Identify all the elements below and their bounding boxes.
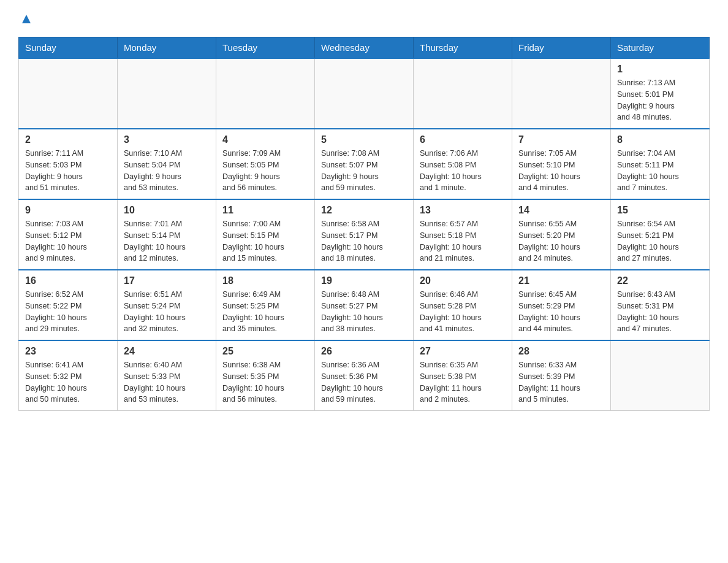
calendar-cell: 23Sunrise: 6:41 AM Sunset: 5:32 PM Dayli…	[19, 340, 118, 411]
day-info: Sunrise: 6:36 AM Sunset: 5:36 PM Dayligh…	[321, 359, 407, 405]
calendar-cell	[118, 58, 216, 129]
calendar-cell: 9Sunrise: 7:03 AM Sunset: 5:12 PM Daylig…	[19, 199, 118, 270]
calendar-cell: 18Sunrise: 6:49 AM Sunset: 5:25 PM Dayli…	[216, 270, 315, 340]
col-monday: Monday	[118, 37, 216, 59]
calendar-cell: 15Sunrise: 6:54 AM Sunset: 5:21 PM Dayli…	[611, 199, 710, 270]
day-info: Sunrise: 6:45 AM Sunset: 5:29 PM Dayligh…	[518, 289, 604, 335]
day-info: Sunrise: 7:05 AM Sunset: 5:10 PM Dayligh…	[518, 148, 604, 194]
col-friday: Friday	[512, 37, 611, 59]
day-number: 1	[617, 64, 703, 75]
day-info: Sunrise: 6:54 AM Sunset: 5:21 PM Dayligh…	[617, 218, 703, 264]
day-info: Sunrise: 6:38 AM Sunset: 5:35 PM Dayligh…	[222, 359, 308, 405]
day-number: 25	[222, 346, 308, 357]
day-number: 16	[25, 275, 111, 286]
day-info: Sunrise: 6:52 AM Sunset: 5:22 PM Dayligh…	[25, 289, 111, 335]
day-info: Sunrise: 7:09 AM Sunset: 5:05 PM Dayligh…	[222, 148, 308, 194]
week-row-2: 2Sunrise: 7:11 AM Sunset: 5:03 PM Daylig…	[19, 129, 710, 199]
week-row-3: 9Sunrise: 7:03 AM Sunset: 5:12 PM Daylig…	[19, 199, 710, 270]
day-number: 6	[420, 134, 506, 145]
calendar-cell	[19, 58, 118, 129]
calendar-cell: 16Sunrise: 6:52 AM Sunset: 5:22 PM Dayli…	[19, 270, 118, 340]
day-number: 7	[518, 134, 604, 145]
calendar-header-row: Sunday Monday Tuesday Wednesday Thursday…	[19, 37, 710, 59]
calendar-cell: 3Sunrise: 7:10 AM Sunset: 5:04 PM Daylig…	[118, 129, 216, 199]
day-info: Sunrise: 6:33 AM Sunset: 5:39 PM Dayligh…	[518, 359, 604, 405]
day-number: 23	[25, 346, 111, 357]
day-number: 17	[124, 275, 210, 286]
calendar-cell: 4Sunrise: 7:09 AM Sunset: 5:05 PM Daylig…	[216, 129, 315, 199]
svg-marker-0	[22, 15, 31, 23]
day-info: Sunrise: 6:51 AM Sunset: 5:24 PM Dayligh…	[124, 289, 210, 335]
calendar-cell	[315, 58, 414, 129]
calendar-cell: 5Sunrise: 7:08 AM Sunset: 5:07 PM Daylig…	[315, 129, 414, 199]
day-number: 3	[124, 134, 210, 145]
day-number: 10	[124, 205, 210, 216]
col-tuesday: Tuesday	[216, 37, 315, 59]
day-number: 11	[222, 205, 308, 216]
calendar-cell: 13Sunrise: 6:57 AM Sunset: 5:18 PM Dayli…	[414, 199, 512, 270]
day-info: Sunrise: 7:00 AM Sunset: 5:15 PM Dayligh…	[222, 218, 308, 264]
calendar-cell: 21Sunrise: 6:45 AM Sunset: 5:29 PM Dayli…	[512, 270, 611, 340]
logo	[18, 12, 33, 27]
day-info: Sunrise: 6:48 AM Sunset: 5:27 PM Dayligh…	[321, 289, 407, 335]
day-number: 13	[420, 205, 506, 216]
calendar-cell: 12Sunrise: 6:58 AM Sunset: 5:17 PM Dayli…	[315, 199, 414, 270]
day-info: Sunrise: 7:08 AM Sunset: 5:07 PM Dayligh…	[321, 148, 407, 194]
day-info: Sunrise: 6:46 AM Sunset: 5:28 PM Dayligh…	[420, 289, 506, 335]
calendar-cell: 20Sunrise: 6:46 AM Sunset: 5:28 PM Dayli…	[414, 270, 512, 340]
page-header	[18, 12, 710, 27]
calendar-cell: 14Sunrise: 6:55 AM Sunset: 5:20 PM Dayli…	[512, 199, 611, 270]
day-info: Sunrise: 6:49 AM Sunset: 5:25 PM Dayligh…	[222, 289, 308, 335]
calendar-cell	[611, 340, 710, 411]
calendar-cell: 10Sunrise: 7:01 AM Sunset: 5:14 PM Dayli…	[118, 199, 216, 270]
day-number: 28	[518, 346, 604, 357]
day-number: 26	[321, 346, 407, 357]
week-row-4: 16Sunrise: 6:52 AM Sunset: 5:22 PM Dayli…	[19, 270, 710, 340]
day-number: 4	[222, 134, 308, 145]
calendar-table: Sunday Monday Tuesday Wednesday Thursday…	[18, 37, 710, 411]
calendar-cell: 7Sunrise: 7:05 AM Sunset: 5:10 PM Daylig…	[512, 129, 611, 199]
day-info: Sunrise: 7:10 AM Sunset: 5:04 PM Dayligh…	[124, 148, 210, 194]
day-info: Sunrise: 6:55 AM Sunset: 5:20 PM Dayligh…	[518, 218, 604, 264]
calendar-cell: 25Sunrise: 6:38 AM Sunset: 5:35 PM Dayli…	[216, 340, 315, 411]
calendar-cell	[216, 58, 315, 129]
day-info: Sunrise: 6:57 AM Sunset: 5:18 PM Dayligh…	[420, 218, 506, 264]
day-info: Sunrise: 7:11 AM Sunset: 5:03 PM Dayligh…	[25, 148, 111, 194]
day-number: 14	[518, 205, 604, 216]
calendar-cell: 2Sunrise: 7:11 AM Sunset: 5:03 PM Daylig…	[19, 129, 118, 199]
col-saturday: Saturday	[611, 37, 710, 59]
day-number: 27	[420, 346, 506, 357]
col-wednesday: Wednesday	[315, 37, 414, 59]
day-number: 21	[518, 275, 604, 286]
day-number: 8	[617, 134, 703, 145]
day-info: Sunrise: 7:13 AM Sunset: 5:01 PM Dayligh…	[617, 77, 703, 123]
calendar-cell	[512, 58, 611, 129]
day-number: 5	[321, 134, 407, 145]
col-sunday: Sunday	[19, 37, 118, 59]
day-info: Sunrise: 6:43 AM Sunset: 5:31 PM Dayligh…	[617, 289, 703, 335]
calendar-cell: 19Sunrise: 6:48 AM Sunset: 5:27 PM Dayli…	[315, 270, 414, 340]
day-number: 20	[420, 275, 506, 286]
day-info: Sunrise: 7:03 AM Sunset: 5:12 PM Dayligh…	[25, 218, 111, 264]
day-info: Sunrise: 6:41 AM Sunset: 5:32 PM Dayligh…	[25, 359, 111, 405]
day-number: 18	[222, 275, 308, 286]
calendar-cell: 11Sunrise: 7:00 AM Sunset: 5:15 PM Dayli…	[216, 199, 315, 270]
calendar-cell: 26Sunrise: 6:36 AM Sunset: 5:36 PM Dayli…	[315, 340, 414, 411]
calendar-cell: 1Sunrise: 7:13 AM Sunset: 5:01 PM Daylig…	[611, 58, 710, 129]
day-info: Sunrise: 7:04 AM Sunset: 5:11 PM Dayligh…	[617, 148, 703, 194]
calendar-cell: 27Sunrise: 6:35 AM Sunset: 5:38 PM Dayli…	[414, 340, 512, 411]
calendar-cell: 17Sunrise: 6:51 AM Sunset: 5:24 PM Dayli…	[118, 270, 216, 340]
day-info: Sunrise: 6:58 AM Sunset: 5:17 PM Dayligh…	[321, 218, 407, 264]
day-number: 24	[124, 346, 210, 357]
calendar-cell: 6Sunrise: 7:06 AM Sunset: 5:08 PM Daylig…	[414, 129, 512, 199]
day-number: 22	[617, 275, 703, 286]
calendar-cell: 8Sunrise: 7:04 AM Sunset: 5:11 PM Daylig…	[611, 129, 710, 199]
day-info: Sunrise: 7:01 AM Sunset: 5:14 PM Dayligh…	[124, 218, 210, 264]
logo-icon	[20, 12, 33, 26]
calendar-cell	[414, 58, 512, 129]
calendar-cell: 22Sunrise: 6:43 AM Sunset: 5:31 PM Dayli…	[611, 270, 710, 340]
calendar-cell: 24Sunrise: 6:40 AM Sunset: 5:33 PM Dayli…	[118, 340, 216, 411]
day-info: Sunrise: 6:40 AM Sunset: 5:33 PM Dayligh…	[124, 359, 210, 405]
day-number: 19	[321, 275, 407, 286]
day-number: 15	[617, 205, 703, 216]
